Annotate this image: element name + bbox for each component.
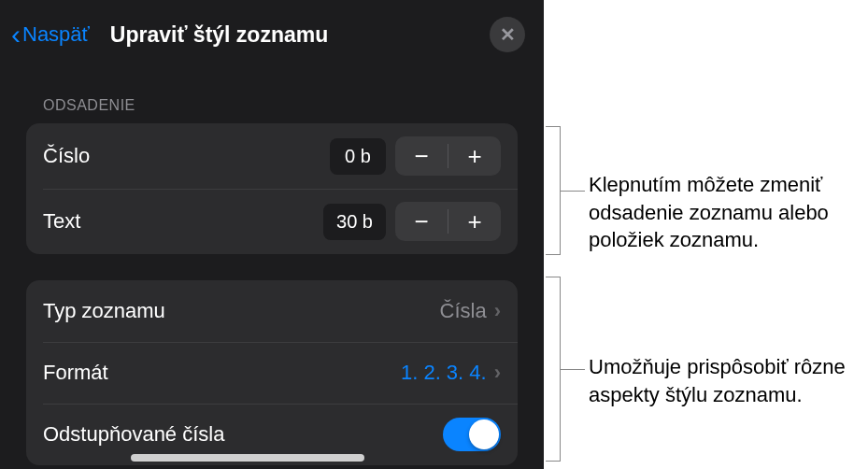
section-header-indent: ODSADENIE <box>0 75 544 123</box>
panel-header: ‹ Naspäť Upraviť štýl zoznamu ✕ <box>0 0 544 75</box>
panel-title: Upraviť štýl zoznamu <box>110 22 490 48</box>
callout-leader-2 <box>561 369 585 370</box>
back-label: Naspäť <box>22 22 90 47</box>
toggle-knob <box>469 419 499 449</box>
close-button[interactable]: ✕ <box>490 17 525 52</box>
chevron-left-icon: ‹ <box>11 21 21 49</box>
callout-bracket-2 <box>546 277 561 462</box>
edit-list-style-panel: ‹ Naspäť Upraviť štýl zoznamu ✕ ODSADENI… <box>0 0 544 469</box>
chevron-right-icon: › <box>494 299 501 323</box>
horizontal-scrollbar[interactable] <box>131 454 364 462</box>
indent-number-decrease[interactable]: − <box>395 136 448 176</box>
format-value: 1. 2. 3. 4. <box>401 361 487 385</box>
back-button[interactable]: ‹ Naspäť <box>11 21 90 49</box>
callout-style: Umožňuje prispôsobiť rôzne aspekty štýlu… <box>589 353 850 408</box>
indent-number-row: Číslo 0 b − + <box>26 123 518 189</box>
indent-number-label: Číslo <box>43 144 330 168</box>
indent-text-increase[interactable]: + <box>448 202 501 241</box>
callout-leader-1 <box>561 191 585 192</box>
tiered-numbers-label: Odstupňované čísla <box>43 422 443 447</box>
list-type-row[interactable]: Typ zoznamu Čísla › <box>26 280 518 342</box>
list-type-label: Typ zoznamu <box>43 299 440 323</box>
tiered-numbers-toggle[interactable] <box>443 418 501 451</box>
callout-indent: Klepnutím môžete zmeniť odsadenie zoznam… <box>589 171 832 254</box>
indent-text-row: Text 30 b − + <box>26 189 518 254</box>
format-label: Formát <box>43 361 401 385</box>
indent-text-value[interactable]: 30 b <box>323 204 386 240</box>
callout-bracket-1 <box>546 126 561 255</box>
indent-text-decrease[interactable]: − <box>395 202 448 241</box>
list-type-value: Čísla <box>440 299 487 323</box>
annotations-area: Klepnutím môžete zmeniť odsadenie zoznam… <box>544 0 868 469</box>
list-type-group: Typ zoznamu Čísla › Formát 1. 2. 3. 4. ›… <box>26 280 518 465</box>
indent-text-label: Text <box>43 209 323 234</box>
indent-text-stepper: − + <box>395 202 501 241</box>
indent-number-stepper: − + <box>395 136 501 176</box>
indent-group: Číslo 0 b − + Text 30 b − + <box>26 123 518 254</box>
close-icon: ✕ <box>500 23 516 46</box>
format-row[interactable]: Formát 1. 2. 3. 4. › <box>26 342 518 404</box>
indent-number-value[interactable]: 0 b <box>330 138 386 175</box>
indent-number-increase[interactable]: + <box>448 136 501 176</box>
chevron-right-icon: › <box>494 361 501 385</box>
